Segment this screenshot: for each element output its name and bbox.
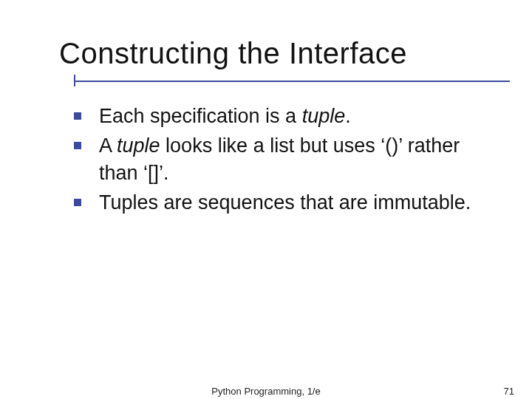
bullet-text: A xyxy=(99,134,117,157)
page-number: 71 xyxy=(504,386,514,397)
list-item: A tuple looks like a list but uses ‘()’ … xyxy=(74,132,495,186)
bullet-text: Tuples are sequences that are immutable. xyxy=(99,191,471,214)
bullet-list: Each specification is a tuple. A tuple l… xyxy=(59,103,495,216)
bullet-text: Each specification is a xyxy=(99,105,302,127)
slide-body: Each specification is a tuple. A tuple l… xyxy=(59,103,495,216)
slide: Constructing the Interface Each specific… xyxy=(0,0,532,399)
list-item: Each specification is a tuple. xyxy=(74,103,495,129)
list-item: Tuples are sequences that are immutable. xyxy=(74,189,495,216)
bullet-emph: tuple xyxy=(117,134,160,157)
bullet-text: . xyxy=(345,105,351,127)
bullet-emph: tuple xyxy=(302,105,346,127)
title-underline xyxy=(59,75,495,89)
footer-center-text: Python Programming, 1/e xyxy=(0,386,532,397)
slide-title: Constructing the Interface xyxy=(59,37,495,70)
